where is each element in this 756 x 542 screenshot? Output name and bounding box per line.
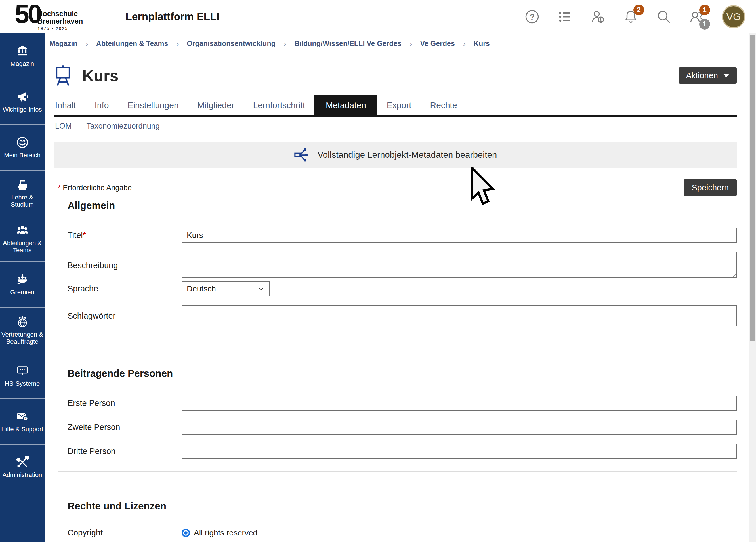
edit-full-metadata-banner[interactable]: Vollständige Lernobjekt-Metadaten bearbe… [54,142,737,168]
breadcrumb-organisationsentwicklung[interactable]: Organisationsentwicklung [187,39,276,48]
sidebar-item-hs-systeme[interactable]: *** HS-Systeme [0,353,45,399]
hochschule-bremerhaven-logo[interactable]: 50 Hochschule Bremerhaven 1975 - 2025 [15,3,83,31]
section-heading-rechte: Rechte und Lizenzen [68,500,737,512]
sidebar-item-lehre-studium[interactable]: Lehre & Studium [0,171,45,216]
actions-button[interactable]: Aktionen [679,67,737,84]
sidebar-item-hilfe-support[interactable]: ? Hilfe & Support [0,399,45,445]
sidebar-item-administration[interactable]: Administration [0,445,45,490]
tab-mitglieder[interactable]: Mitglieder [188,95,244,115]
scrollbar-thumb[interactable] [750,35,755,341]
breadcrumb-abteilungen-teams[interactable]: Abteilungen & Teams [96,39,168,48]
required-hint-text: Erforderliche Angabe [63,183,132,192]
breadcrumb-ve-gerdes[interactable]: Ve Gerdes [420,39,455,48]
dritte-person-input[interactable] [182,444,737,459]
sidebar-filler [0,490,45,542]
tab-export[interactable]: Export [377,95,421,115]
breadcrumb-kurs[interactable]: Kurs [474,39,490,48]
logo-50: 50 [15,3,40,26]
edit-full-metadata-label: Vollständige Lernobjekt-Metadaten bearbe… [318,150,497,160]
awareness-user-icon[interactable] [590,9,606,24]
form-meta-row: * Erforderliche Angabe Speichern [54,179,737,196]
metadata-network-icon [294,147,310,163]
zweite-person-label: Zweite Person [68,423,182,432]
page-content: Kurs Aktionen Inhalt Info Einstellungen … [45,65,749,537]
page-scrollbar[interactable] [749,33,756,542]
tools-icon [16,456,29,469]
page-title: Kurs [82,66,119,85]
sidebar-item-abteilungen-teams[interactable]: Abteilungen & Teams [0,216,45,262]
sidebar-item-vertretungen-beauftragte[interactable]: Vertretungen & Beauftragte [0,308,45,353]
contacts-icon[interactable]: 1 1 [689,9,704,24]
tab-lernfortschritt[interactable]: Lernfortschritt [244,95,314,115]
mail-question-icon: ? [16,410,29,423]
contacts-badge-new: 1 [699,5,710,15]
user-avatar[interactable]: VG [722,5,745,28]
tab-inhalt[interactable]: Inhalt [54,95,85,115]
breadcrumb-separator: › [283,39,286,49]
breadcrumb-magazin[interactable]: Magazin [49,39,77,48]
header-icon-bar: ? [524,5,745,28]
chevron-down-icon [257,285,265,293]
save-button[interactable]: Speichern [684,179,737,196]
titel-required-asterisk: * [83,230,86,240]
monitor-icon: *** [16,364,29,377]
svg-text:***: *** [20,368,25,373]
sidebar-label: Gremien [9,289,35,296]
copyright-option-row: All rights reserved [182,528,737,537]
smiley-icon [16,136,29,149]
form-row-zweite-person: Zweite Person [54,420,737,435]
tab-metadaten[interactable]: Metadaten [314,95,377,115]
logo-line2: Bremerhaven [37,17,83,25]
logo-text: Hochschule Bremerhaven 1975 - 2025 [37,10,83,31]
sidebar-label: Administration [2,472,43,479]
schlagwoerter-label: Schlagwörter [68,311,182,321]
globe-people-icon [16,315,29,328]
page-head: Kurs Aktionen [54,65,737,86]
section-divider [58,471,737,472]
todo-list-icon[interactable] [557,9,573,24]
subtab-lom[interactable]: LOM [55,122,72,131]
titel-label-text: Titel [68,230,83,240]
sprache-selected-value: Deutsch [187,284,216,293]
sidebar-item-mein-bereich[interactable]: Mein Bereich [0,125,45,171]
contacts-badge-total: 1 [699,19,710,30]
breadcrumb-bildung-wissen[interactable]: Bildung/Wissen/ELLI Ve Gerdes [294,39,402,48]
sprache-select[interactable]: Deutsch [182,281,270,296]
textarea-resize-grip[interactable] [731,273,736,277]
top-header: 50 Hochschule Bremerhaven 1975 - 2025 Le… [0,0,756,33]
tab-rechte[interactable]: Rechte [421,95,467,115]
sidebar-label: Magazin [10,60,35,68]
sidebar-label: Hilfe & Support [1,426,44,433]
megaphone-icon [16,90,29,103]
breadcrumb-separator: › [409,39,412,49]
erste-person-input[interactable] [182,396,737,411]
sidebar-item-gremien[interactable]: Gremien [0,262,45,308]
help-icon[interactable]: ? [524,9,540,24]
schlagwoerter-input[interactable] [182,305,737,326]
sidebar-label: Abteilungen & Teams [0,240,45,254]
sidebar-label: Wichtige Infos [2,106,43,113]
copyright-option-label: All rights reserved [194,528,257,537]
form-row-erste-person: Erste Person [54,396,737,411]
sidebar-item-magazin[interactable]: Magazin [0,33,45,79]
logo-years: 1975 - 2025 [37,26,83,31]
tab-einstellungen[interactable]: Einstellungen [118,95,188,115]
notifications-bell-icon[interactable]: 2 [623,9,639,24]
beschreibung-textarea[interactable] [182,252,737,278]
section-divider [58,339,737,339]
actions-button-label: Aktionen [686,71,718,80]
search-icon[interactable] [656,9,671,24]
titel-input[interactable] [182,228,737,243]
breadcrumb-separator: › [463,39,466,49]
course-board-icon [54,65,72,86]
sidebar-label: Vertretungen & Beauftragte [0,331,45,345]
sidebar-item-wichtige-infos[interactable]: Wichtige Infos [0,79,45,125]
tab-info[interactable]: Info [85,95,118,115]
main-area: Magazin › Abteilungen & Teams › Organisa… [45,33,749,542]
tab-bar: Inhalt Info Einstellungen Mitglieder Ler… [54,95,737,117]
breadcrumb-separator: › [176,39,179,49]
zweite-person-input[interactable] [182,420,737,435]
section-heading-allgemein: Allgemein [68,200,737,211]
copyright-radio-selected[interactable] [182,529,190,537]
subtab-taxonomiezuordnung[interactable]: Taxonomiezuordnung [87,122,160,131]
